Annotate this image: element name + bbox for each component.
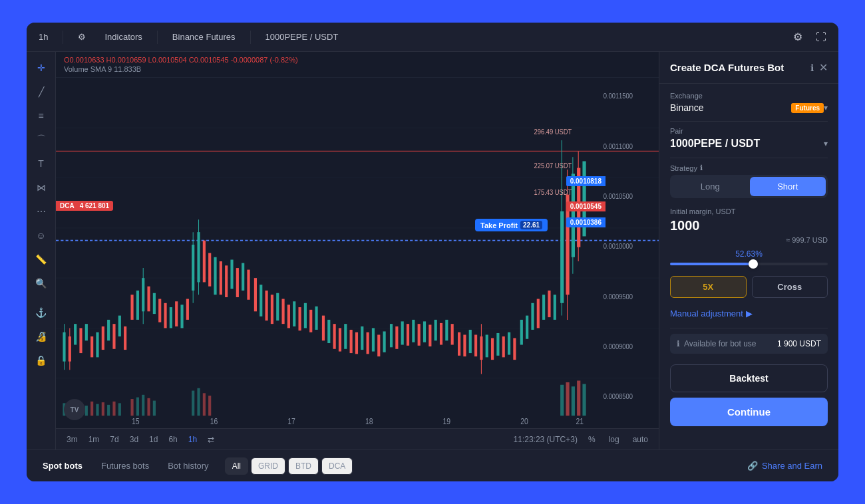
filter-btd-btn[interactable]: BTD (288, 457, 319, 475)
chart-bottom-right: 11:23:23 (UTC+3) % log auto (514, 434, 651, 445)
filter-grid-btn[interactable]: GRID (251, 457, 285, 475)
svg-text:20: 20 (520, 417, 528, 426)
strategy-long-btn[interactable]: Long (672, 177, 749, 196)
exchange-selector[interactable]: Binance Futures (168, 29, 240, 45)
strategy-label-row: Strategy ℹ (670, 164, 828, 172)
leverage-row: 5X Cross (670, 276, 828, 298)
lock2-tool[interactable]: 🔒 (31, 350, 52, 371)
log-btn[interactable]: log (606, 434, 622, 445)
svg-rect-31 (175, 301, 178, 326)
dca-value: 4 621 801 (80, 202, 110, 209)
bot-history-tab[interactable]: Bot history (160, 457, 216, 475)
brush-tool[interactable]: ⋯ (31, 201, 52, 222)
text-tool[interactable]: T (31, 153, 52, 174)
strategy-row: Long Short (670, 175, 828, 198)
continue-btn[interactable]: Continue (670, 398, 828, 426)
svg-rect-50 (271, 295, 273, 324)
spot-bots-tab[interactable]: Spot bots (35, 457, 90, 475)
svg-rect-57 (309, 310, 312, 332)
info-circle-icon: ℹ (677, 339, 680, 348)
line-tool[interactable]: ╱ (31, 81, 52, 102)
timeframe-7d[interactable]: 7d (107, 434, 121, 445)
exchange-label: Exchange (670, 92, 828, 100)
timeframe-6h[interactable]: 6h (166, 434, 180, 445)
separator-1 (63, 31, 63, 44)
chart-canvas[interactable]: 15 16 17 18 19 20 21 0.0011500 0.0011000… (56, 78, 659, 428)
indicator-settings[interactable]: ⚙ (74, 29, 90, 45)
timeframe-selector[interactable]: 1h (35, 29, 52, 45)
close-icon[interactable]: ✕ (819, 61, 828, 74)
slider-track[interactable] (670, 263, 828, 265)
backtest-btn[interactable]: Backtest (670, 364, 828, 392)
exchange-label: Binance Futures (172, 32, 236, 42)
svg-rect-73 (401, 321, 404, 344)
zoom-tool[interactable]: 🔍 (31, 273, 52, 294)
info-icon[interactable]: ℹ (810, 63, 814, 73)
strategy-short-btn[interactable]: Short (750, 177, 826, 196)
svg-rect-128 (197, 388, 200, 416)
channel-tool[interactable]: ⋈ (31, 177, 52, 198)
futures-bots-tab[interactable]: Futures bots (93, 457, 157, 475)
indicators-btn[interactable]: Indicators (100, 29, 146, 45)
svg-rect-126 (153, 401, 156, 416)
timeframe-3m[interactable]: 3m (64, 434, 81, 445)
margin-input[interactable] (670, 218, 828, 233)
take-profit-bubble[interactable]: Take Profit 22.61 (475, 219, 548, 231)
magnet-tool[interactable]: ⚓ (31, 302, 52, 323)
slider-thumb[interactable] (749, 259, 758, 269)
timeframe-1h[interactable]: 1h (186, 434, 200, 445)
exchange-dropdown-icon[interactable]: ▾ (824, 103, 828, 112)
right-panel: Create DCA Futures Bot ℹ ✕ Exchange Bina… (659, 52, 838, 449)
svg-rect-79 (434, 320, 437, 340)
margin-label: Initial margin, USDT (670, 207, 828, 215)
lock-tool[interactable]: 🔏 (31, 326, 52, 347)
available-label: Available for bot use (684, 339, 757, 348)
auto-btn[interactable]: auto (630, 434, 651, 445)
svg-rect-47 (254, 278, 257, 311)
ruler-tool[interactable]: 📏 (31, 249, 52, 270)
leverage-btn[interactable]: 5X (670, 276, 747, 298)
percent-btn[interactable]: % (586, 434, 598, 445)
svg-rect-63 (344, 324, 347, 349)
manual-adjustment-link[interactable]: Manual adjustment ▶ (670, 309, 828, 318)
svg-text:0.0011500: 0.0011500 (604, 92, 633, 100)
svg-rect-74 (407, 324, 409, 346)
filter-dca-btn[interactable]: DCA (321, 457, 353, 475)
mode-btn[interactable]: Cross (752, 276, 828, 298)
svg-rect-83 (458, 332, 460, 356)
dca-label[interactable]: DCA 4 621 801 (56, 201, 113, 211)
svg-rect-133 (572, 386, 575, 416)
svg-rect-80 (440, 323, 442, 345)
svg-text:0.0008500: 0.0008500 (604, 392, 633, 400)
fullscreen-icon-btn[interactable]: ⛶ (812, 28, 830, 46)
price-badge-1: 0.0010818 (566, 176, 606, 186)
ray-tool[interactable]: ⌒ (31, 129, 52, 150)
emoji-tool[interactable]: ☺ (31, 225, 52, 246)
pair-selector[interactable]: 1000PEPE / USDT (261, 29, 343, 45)
replay-icon[interactable]: ⇄ (205, 434, 217, 445)
timeframe-1d[interactable]: 1d (146, 434, 160, 445)
cursor-tool[interactable]: ✛ (31, 57, 52, 78)
timeframe-label: 1h (39, 32, 48, 42)
svg-rect-130 (208, 396, 211, 416)
svg-rect-32 (180, 305, 183, 328)
svg-rect-23 (136, 291, 139, 320)
svg-rect-13 (79, 328, 82, 353)
svg-text:16: 16 (210, 417, 218, 426)
indicators-label: Indicators (104, 32, 142, 42)
pair-dropdown-icon[interactable]: ▾ (824, 139, 828, 148)
svg-rect-121 (118, 403, 121, 416)
settings-icon-btn[interactable]: ⚙ (789, 28, 806, 46)
svg-rect-97 (531, 303, 534, 330)
horizontal-line-tool[interactable]: ≡ (31, 105, 52, 126)
svg-rect-116 (90, 402, 93, 416)
timeframe-1m[interactable]: 1m (86, 434, 102, 445)
price-badge-3: 0.0010386 (566, 217, 606, 227)
svg-rect-26 (147, 287, 150, 312)
filter-all-btn[interactable]: All (225, 457, 248, 475)
svg-rect-27 (153, 293, 156, 314)
svg-text:175.43 USDT: 175.43 USDT (534, 188, 572, 196)
timeframe-3d[interactable]: 3d (127, 434, 141, 445)
share-earn-btn[interactable]: 🔗 Share and Earn (739, 457, 830, 475)
take-profit-value: 22.61 (520, 221, 542, 229)
